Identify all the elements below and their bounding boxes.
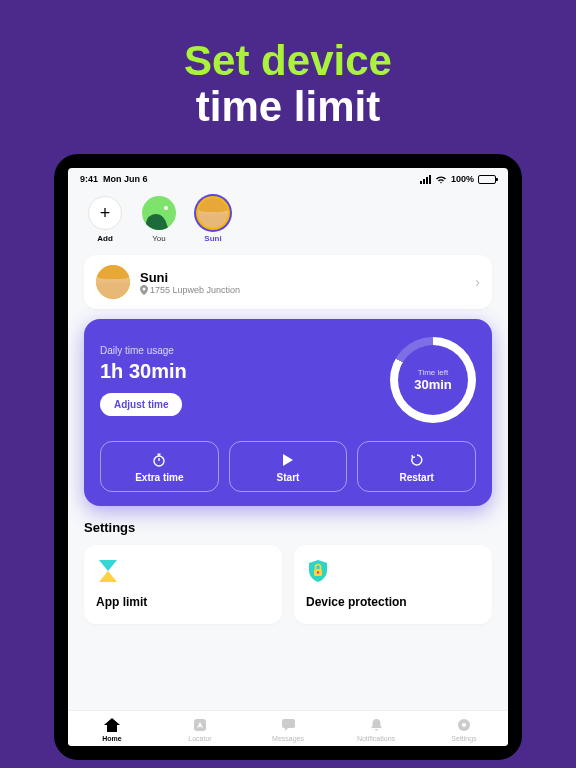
hero-line1: Set device (0, 38, 576, 84)
time-left-ring: Time left 30min (390, 337, 476, 423)
device-protection-label: Device protection (306, 595, 480, 609)
extra-time-button[interactable]: Extra time (100, 441, 219, 492)
tab-settings-label: Settings (451, 735, 476, 742)
start-button[interactable]: Start (229, 441, 348, 492)
hero-line2: time limit (0, 84, 576, 130)
usage-label: Daily time usage (100, 345, 187, 356)
tab-home[interactable]: Home (68, 717, 156, 742)
tab-notifications-label: Notifications (357, 735, 395, 742)
restart-label: Restart (399, 472, 433, 483)
home-icon (104, 717, 120, 733)
profile-label-suni: Suni (204, 234, 221, 243)
svg-point-9 (462, 723, 466, 727)
profile-label-you: You (152, 234, 166, 243)
tab-messages-label: Messages (272, 735, 304, 742)
battery-icon (478, 175, 496, 184)
tab-locator[interactable]: Locator (156, 717, 244, 742)
app-limit-label: App limit (96, 595, 270, 609)
location-pin-icon (140, 285, 148, 295)
restart-button[interactable]: Restart (357, 441, 476, 492)
location-text: 1755 Lupweb Junction (150, 285, 240, 295)
avatar (96, 265, 130, 299)
app-limit-card[interactable]: App limit (84, 545, 282, 623)
stopwatch-icon (152, 452, 166, 468)
profile-you[interactable]: You (138, 196, 180, 243)
hero-title: Set device time limit (0, 0, 576, 154)
svg-point-5 (317, 572, 319, 574)
messages-icon (281, 717, 296, 733)
profile-row: + Add You Suni (68, 186, 508, 249)
tab-settings[interactable]: Settings (420, 717, 508, 742)
signal-icon (420, 175, 431, 184)
settings-title: Settings (84, 520, 492, 535)
device-protection-card[interactable]: Device protection (294, 545, 492, 623)
tab-bar: Home Locator Messages Notifications Sett… (68, 710, 508, 746)
ring-label: Time left (418, 368, 448, 377)
tab-notifications[interactable]: Notifications (332, 717, 420, 742)
shield-icon (306, 559, 330, 583)
add-label: Add (97, 234, 113, 243)
tab-messages[interactable]: Messages (244, 717, 332, 742)
chevron-right-icon: › (475, 274, 480, 290)
ring-value: 30min (414, 377, 452, 392)
avatar-suni (196, 196, 230, 230)
settings-section: Settings App limit Device protection (84, 520, 492, 623)
profile-card[interactable]: Suni 1755 Lupweb Junction › (84, 255, 492, 309)
svg-rect-7 (282, 719, 295, 728)
profile-card-info: Suni 1755 Lupweb Junction (140, 270, 465, 295)
play-icon (282, 452, 294, 468)
status-left: 9:41 Mon Jun 6 (80, 174, 148, 184)
start-label: Start (277, 472, 300, 483)
tab-locator-label: Locator (188, 735, 211, 742)
status-time: 9:41 (80, 174, 98, 184)
profile-card-name: Suni (140, 270, 465, 285)
extra-time-label: Extra time (135, 472, 183, 483)
adjust-time-button[interactable]: Adjust time (100, 393, 182, 416)
avatar-you (142, 196, 176, 230)
restart-icon (410, 452, 424, 468)
add-profile-button[interactable]: + Add (84, 196, 126, 243)
status-bar: 9:41 Mon Jun 6 100% (68, 168, 508, 186)
gear-icon (457, 717, 471, 733)
locator-icon (193, 717, 207, 733)
profile-card-location: 1755 Lupweb Junction (140, 285, 465, 295)
svg-rect-1 (158, 454, 161, 455)
plus-icon: + (88, 196, 122, 230)
profile-suni[interactable]: Suni (192, 196, 234, 243)
hourglass-icon (96, 559, 120, 583)
battery-percent: 100% (451, 174, 474, 184)
bell-icon (370, 717, 383, 733)
tablet-screen: 9:41 Mon Jun 6 100% + Add You Suni (68, 168, 508, 746)
wifi-icon (435, 175, 447, 184)
usage-value: 1h 30min (100, 360, 187, 383)
time-usage-card: Daily time usage 1h 30min Adjust time Ti… (84, 319, 492, 506)
tab-home-label: Home (102, 735, 121, 742)
tablet-frame: 9:41 Mon Jun 6 100% + Add You Suni (54, 154, 522, 760)
status-date: Mon Jun 6 (103, 174, 148, 184)
status-right: 100% (420, 174, 496, 184)
